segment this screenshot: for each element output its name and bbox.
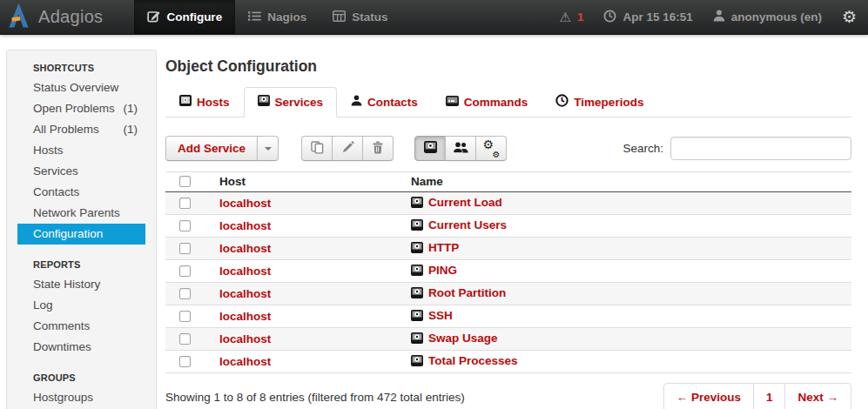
tab-hosts[interactable]: Hosts xyxy=(165,87,244,117)
search-input[interactable] xyxy=(670,137,851,160)
edit-button[interactable] xyxy=(332,136,363,161)
sidebar-item-status-overview[interactable]: Status Overview xyxy=(17,77,145,98)
nav-nagios[interactable]: Nagios xyxy=(235,0,320,34)
host-link[interactable]: localhost xyxy=(219,287,271,300)
service-link[interactable]: Swap Usage xyxy=(428,332,498,345)
next-page-button[interactable]: Next → xyxy=(784,383,851,409)
navbar-right: ⚠ 1 Apr 15 16:51 anonymous (en) ⚙ xyxy=(559,0,868,34)
service-icon xyxy=(411,197,423,208)
host-link[interactable]: localhost xyxy=(219,355,271,368)
clock-icon xyxy=(555,94,569,110)
service-link[interactable]: SSH xyxy=(428,309,453,322)
row-checkbox[interactable] xyxy=(179,220,191,231)
settings-gear-icon[interactable]: ⚙ xyxy=(842,9,857,25)
gears-icon: ⚙ ⚙ xyxy=(484,141,499,156)
toolbar: Add Service xyxy=(165,136,851,161)
service-icon xyxy=(258,95,270,109)
sidebar-item-configuration[interactable]: Configuration xyxy=(17,224,145,245)
service-link[interactable]: HTTP xyxy=(428,241,459,254)
service-icon xyxy=(411,219,423,231)
add-service-button[interactable]: Add Service xyxy=(165,136,258,161)
alerts-indicator[interactable]: ⚠ 1 xyxy=(559,10,583,25)
top-navbar: Adagios Configure Nagios xyxy=(0,0,868,35)
host-link[interactable]: localhost xyxy=(219,219,271,232)
nav-status-label: Status xyxy=(352,10,387,23)
command-icon xyxy=(446,96,459,109)
sidebar-item-state-history[interactable]: State History xyxy=(17,274,145,295)
row-checkbox[interactable] xyxy=(179,288,191,299)
user-menu[interactable]: anonymous (en) xyxy=(713,10,822,24)
sidebar-section-reports: REPORTS xyxy=(17,259,145,270)
nav-status[interactable]: Status xyxy=(320,0,400,34)
host-link[interactable]: localhost xyxy=(219,332,271,345)
clock-indicator[interactable]: Apr 15 16:51 xyxy=(603,10,692,25)
row-checkbox[interactable] xyxy=(179,243,191,254)
row-checkbox[interactable] xyxy=(179,356,191,367)
service-link[interactable]: PING xyxy=(428,264,457,277)
table-icon xyxy=(333,10,346,24)
tab-commands-label: Commands xyxy=(464,96,528,109)
nav-configure-label: Configure xyxy=(166,10,222,23)
column-header-host[interactable]: Host xyxy=(212,172,404,192)
tab-services[interactable]: Services xyxy=(244,87,338,117)
row-checkbox[interactable] xyxy=(179,265,191,277)
row-checkbox[interactable] xyxy=(179,198,191,209)
service-icon xyxy=(411,242,423,253)
table-header-row: Host Name xyxy=(165,172,851,192)
column-header-name[interactable]: Name xyxy=(404,172,851,192)
table-row: localhost Swap Usage xyxy=(165,328,851,351)
edit-actions-group xyxy=(301,136,394,161)
service-icon xyxy=(411,265,423,276)
table-row: localhost Total Processes xyxy=(165,351,851,373)
service-link[interactable]: Current Load xyxy=(428,196,502,209)
services-view-button[interactable] xyxy=(414,136,446,161)
username-label: anonymous (en) xyxy=(731,10,822,23)
sidebar-item-network-parents[interactable]: Network Parents xyxy=(17,203,145,224)
sidebar-item-open-problems[interactable]: Open Problems (1) xyxy=(17,98,145,119)
table-row: localhost PING xyxy=(165,260,851,283)
users-icon xyxy=(454,142,468,156)
host-link[interactable]: localhost xyxy=(219,310,271,323)
row-checkbox[interactable] xyxy=(179,311,191,322)
tab-contacts[interactable]: Contacts xyxy=(337,87,432,117)
tab-commands[interactable]: Commands xyxy=(432,87,542,117)
service-icon xyxy=(411,287,423,298)
trash-icon xyxy=(372,141,384,157)
sidebar-item-downtimes[interactable]: Downtimes xyxy=(17,337,145,358)
settings-view-button[interactable]: ⚙ ⚙ xyxy=(475,136,507,161)
sidebar-item-contacts[interactable]: Contacts xyxy=(17,182,145,203)
sidebar-item-hosts[interactable]: Hosts xyxy=(17,140,145,161)
delete-button[interactable] xyxy=(362,136,394,161)
host-link[interactable]: localhost xyxy=(219,197,271,210)
sidebar: SHORTCUTS Status Overview Open Problems … xyxy=(6,50,157,409)
entries-summary: Showing 1 to 8 of 8 entries (filtered fr… xyxy=(165,391,465,404)
services-table: Host Name localhost Current Load localho… xyxy=(165,171,851,373)
sidebar-item-all-problems[interactable]: All Problems (1) xyxy=(17,119,145,140)
contacts-view-button[interactable] xyxy=(445,136,476,161)
sidebar-item-services[interactable]: Services xyxy=(17,161,145,182)
host-link[interactable]: localhost xyxy=(219,242,271,255)
copy-button[interactable] xyxy=(301,136,333,161)
service-link[interactable]: Root Partition xyxy=(428,286,506,299)
nav-configure[interactable]: Configure xyxy=(134,0,235,34)
service-link[interactable]: Current Users xyxy=(428,218,507,231)
select-all-checkbox[interactable] xyxy=(179,176,191,187)
table-footer: Showing 1 to 8 of 8 entries (filtered fr… xyxy=(165,383,851,409)
datetime-label: Apr 15 16:51 xyxy=(622,10,692,23)
sidebar-item-comments[interactable]: Comments xyxy=(17,316,145,337)
page-number-button[interactable]: 1 xyxy=(753,383,786,409)
row-checkbox[interactable] xyxy=(179,333,191,345)
pencil-icon xyxy=(341,141,354,157)
sidebar-item-hostgroups[interactable]: Hostgroups xyxy=(17,387,145,408)
sidebar-item-log[interactable]: Log xyxy=(17,295,145,316)
tab-timeperiods[interactable]: Timeperiods xyxy=(542,87,657,117)
brand[interactable]: Adagios xyxy=(0,0,111,34)
previous-page-button[interactable]: ← Previous xyxy=(663,383,754,409)
badge: (1) xyxy=(124,101,138,116)
add-service-group: Add Service xyxy=(165,136,279,161)
service-link[interactable]: Total Processes xyxy=(428,354,518,367)
sidebar-section-shortcuts: SHORTCUTS xyxy=(17,63,145,73)
host-link[interactable]: localhost xyxy=(219,265,271,278)
add-service-dropdown-button[interactable] xyxy=(257,136,279,161)
warning-icon: ⚠ xyxy=(559,10,570,25)
